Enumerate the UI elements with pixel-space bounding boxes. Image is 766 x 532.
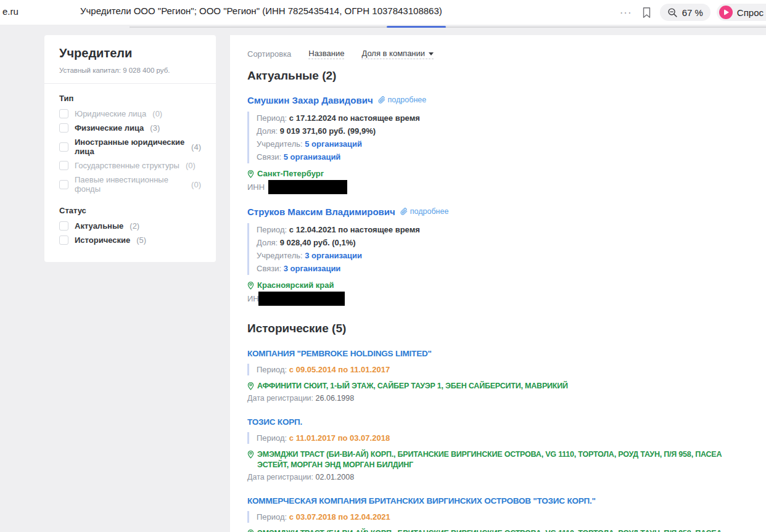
details-link[interactable]: подробнее <box>378 96 427 104</box>
address-row: ЭМЭМДЖИ ТРАСТ (БИ-ВИ-АЙ) КОРП., БРИТАНСК… <box>247 449 747 470</box>
period-row: Период: с 09.05.2014 по 11.01.2017 <box>257 364 747 375</box>
location-row: Красноярский край <box>247 280 747 290</box>
founder-entry-historical: КОМПАНИЯ "PEMBROKE HOLDINGS LIMITED" Пер… <box>247 348 747 403</box>
details-link[interactable]: подробнее <box>400 207 449 216</box>
location-pin-icon <box>247 382 254 390</box>
zoom-control[interactable]: 67 % <box>660 4 710 21</box>
inn-row: ИНН <box>247 180 747 194</box>
company-name-link[interactable]: ТОЗИС КОРП. <box>247 417 302 427</box>
assistant-button[interactable]: Спрос <box>717 4 766 21</box>
checkbox[interactable] <box>59 180 68 189</box>
divider <box>44 83 216 84</box>
sidebar-title: Учредители <box>59 46 201 60</box>
sort-label: Сортировка <box>247 49 291 59</box>
filter-actual[interactable]: Актуальные (2) <box>59 221 201 231</box>
period-row: Период: с 12.04.2021 по настоящее время <box>257 223 747 236</box>
registration-date-row: Дата регистрации: 02.01.2008 <box>247 473 747 481</box>
filter-government[interactable]: Государственные структуры (0) <box>59 161 201 170</box>
sort-row: Сортировка Название Доля в компании <box>247 49 747 59</box>
company-name-link[interactable]: КОММЕРЧЕСКАЯ КОМПАНИЯ БРИТАНСКИХ ВИРГИНС… <box>247 496 596 505</box>
filter-individuals[interactable]: Физические лица (3) <box>59 123 201 133</box>
zoom-level: 67 % <box>682 7 703 18</box>
checkbox[interactable] <box>59 123 68 133</box>
address-text: АФФИНИТИ СЮИТ, 1-ЫЙ ЭТАЖ, САЙБЕР ТАУЭР 1… <box>257 381 568 391</box>
sort-by-share[interactable]: Доля в компании <box>361 49 434 59</box>
checkbox[interactable] <box>59 221 68 231</box>
location-pin-icon <box>247 450 254 459</box>
filter-historical[interactable]: Исторические (5) <box>59 235 201 245</box>
checkbox[interactable] <box>59 235 68 245</box>
paperclip-icon <box>378 96 385 104</box>
bookmark-icon[interactable] <box>640 5 654 20</box>
filter-group-status: Статус Актуальные (2) Исторические (5) <box>59 206 201 245</box>
address-text: ЭМЭМДЖИ ТРАСТ (БИ-ВИ-АЙ) КОРП., БРИТАНСК… <box>257 449 747 470</box>
founder-orgs-link[interactable]: 5 организаций <box>305 139 362 149</box>
historical-heading: Исторические (5) <box>247 322 747 335</box>
links-orgs-link[interactable]: 5 организаций <box>284 152 341 162</box>
founder-details: Период: с 11.01.2017 по 03.07.2018 <box>247 432 747 444</box>
period-row: Период: с 03.07.2018 по 12.04.2021 <box>257 511 747 523</box>
sort-by-name[interactable]: Название <box>308 49 344 59</box>
registration-date-row: Дата регистрации: 26.06.1998 <box>247 394 747 403</box>
founder-name-link[interactable]: Струков Максим Владимирович <box>247 207 395 217</box>
filter-investment-funds[interactable]: Паевые инвестиционные фонды (0) <box>59 175 201 194</box>
links-orgs-link[interactable]: 3 организации <box>284 264 341 273</box>
founder-entry: Струков Максим Владимирович подробнее Пе… <box>247 207 747 306</box>
redacted-inn <box>268 180 347 194</box>
filter-group-type: Тип Юридические лица (0) Физические лица… <box>59 94 201 194</box>
founder-details: Период: с 12.04.2021 по настоящее время … <box>247 223 747 275</box>
links-orgs-row: Связи: 3 организации <box>257 262 747 275</box>
redacted-inn <box>258 292 345 306</box>
alice-icon <box>719 6 733 19</box>
location-row: Санкт-Петербург <box>247 169 747 178</box>
inn-row: ИНН <box>247 292 747 306</box>
filter-group-title: Статус <box>59 206 201 215</box>
address-text: ЭМЭМДЖИ ТРАСТ (БИ-ВИ-АЙ) КОРП., БРИТАНСК… <box>257 528 747 532</box>
founder-orgs-row: Учредитель: 3 организации <box>257 249 747 262</box>
share-row: Доля: 9 028,40 руб. (0,1%) <box>257 236 747 249</box>
period-row: Период: с 11.01.2017 по 03.07.2018 <box>257 432 747 444</box>
filter-legal-entities[interactable]: Юридические лица (0) <box>59 109 201 118</box>
page-title: Учредители ООО "Регион"; ООО "Регион" (И… <box>80 6 442 16</box>
filter-foreign-legal-entities[interactable]: Иностранные юридические лица (4) <box>59 137 201 156</box>
founder-details: Период: с 17.12.2024 по настоящее время … <box>247 112 747 163</box>
founder-entry-historical: КОММЕРЧЕСКАЯ КОМПАНИЯ БРИТАНСКИХ ВИРГИНС… <box>247 495 747 532</box>
location-pin-icon <box>247 281 254 290</box>
more-options-icon[interactable]: ··· <box>619 5 633 20</box>
chevron-down-icon <box>429 52 434 55</box>
tab-progress-indicator <box>387 26 446 28</box>
checkbox[interactable] <box>59 161 68 170</box>
actual-heading: Актуальные (2) <box>247 69 747 83</box>
founders-sidebar: Учредители Уставный капитал: 9 028 400 р… <box>44 35 216 262</box>
paperclip-icon <box>400 208 408 215</box>
share-row: Доля: 9 019 371,60 руб. (99,9%) <box>257 125 747 137</box>
address-row: АФФИНИТИ СЮИТ, 1-ЫЙ ЭТАЖ, САЙБЕР ТАУЭР 1… <box>247 381 747 391</box>
founders-list: Сортировка Название Доля в компании Акту… <box>230 35 766 532</box>
founder-orgs-row: Учредитель: 5 организаций <box>257 137 747 150</box>
founder-orgs-link[interactable]: 3 организации <box>305 251 362 260</box>
links-orgs-row: Связи: 5 организаций <box>257 150 747 163</box>
location-text: Санкт-Петербург <box>257 169 324 178</box>
checkbox[interactable] <box>59 109 68 118</box>
zoom-out-icon <box>667 7 678 18</box>
location-text: Красноярский край <box>257 280 334 290</box>
checkbox[interactable] <box>59 142 68 152</box>
founder-name-link[interactable]: Смушкин Захар Давидович <box>247 95 373 105</box>
founder-entry: Смушкин Захар Давидович подробнее Период… <box>247 95 747 194</box>
page: Учредители Уставный капитал: 9 028 400 р… <box>0 27 766 532</box>
founder-entry-historical: ТОЗИС КОРП. Период: с 11.01.2017 по 03.0… <box>247 416 747 481</box>
founder-details: Период: с 03.07.2018 по 12.04.2021 <box>247 511 747 523</box>
browser-bar: e.ru Учредители ООО "Регион"; ООО "Регио… <box>0 0 766 25</box>
address-url[interactable]: e.ru <box>2 6 19 17</box>
tab-progress-track <box>130 27 766 28</box>
assistant-label: Спрос <box>737 7 764 18</box>
location-pin-icon <box>247 529 254 532</box>
browser-controls: ··· 67 % Спрос <box>619 0 766 25</box>
charter-capital: Уставный капитал: 9 028 400 руб. <box>59 67 201 74</box>
period-row: Период: с 17.12.2024 по настоящее время <box>257 112 747 125</box>
company-name-link[interactable]: КОМПАНИЯ "PEMBROKE HOLDINGS LIMITED" <box>247 349 432 358</box>
filter-group-title: Тип <box>59 94 201 103</box>
location-pin-icon <box>247 170 254 178</box>
address-row: ЭМЭМДЖИ ТРАСТ (БИ-ВИ-АЙ) КОРП., БРИТАНСК… <box>247 528 747 532</box>
founder-details: Период: с 09.05.2014 по 11.01.2017 <box>247 364 747 375</box>
